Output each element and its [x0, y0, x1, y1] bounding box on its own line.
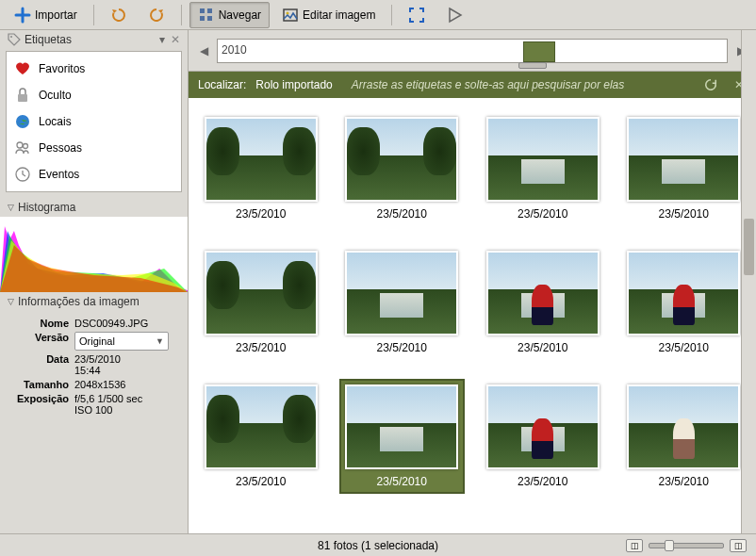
thumbnail-image — [486, 251, 600, 335]
fullscreen-button[interactable] — [400, 2, 434, 28]
zoom-knob[interactable] — [665, 540, 674, 551]
scrollbar-thumb[interactable] — [744, 219, 754, 275]
thumbnail-image — [627, 117, 740, 202]
browse-label: Navegar — [219, 8, 261, 22]
thumbnail[interactable]: 23/5/2010 — [339, 111, 466, 226]
tag-icon — [8, 33, 21, 46]
collapse-icon: ▽ — [8, 203, 14, 212]
collapse-icon: ▽ — [8, 297, 14, 306]
thumbnail[interactable]: 23/5/2010 — [198, 379, 324, 494]
heart-icon — [14, 60, 31, 77]
svg-rect-1 — [207, 8, 212, 13]
globe-icon — [14, 113, 31, 130]
thumbnail-image — [205, 384, 318, 469]
svg-point-10 — [24, 144, 28, 149]
info-exposure-value: f/5,6 1/500 sec — [74, 393, 180, 404]
thumbnail[interactable]: 23/5/2010 — [480, 245, 606, 360]
search-bar: Localizar: Rolo importado Arraste as eti… — [189, 72, 756, 98]
vertical-scrollbar[interactable] — [741, 30, 756, 533]
thumbnail[interactable]: 23/5/2010 — [621, 379, 748, 494]
thumbnail-date: 23/5/2010 — [377, 475, 427, 488]
rotate-left-icon — [110, 7, 127, 24]
thumbnail[interactable]: 23/5/2010 — [480, 111, 606, 226]
zoom-in-button[interactable]: ◫ — [730, 539, 747, 552]
close-icon[interactable]: ✕ — [171, 33, 180, 46]
image-info: Nome DSC00949.JPG Versão Original ▼ Data… — [0, 311, 188, 422]
timeline-bar[interactable] — [523, 41, 555, 62]
chevron-down-icon[interactable]: ▾ — [159, 33, 165, 46]
search-hint: Arraste as etiquetas e solte-as aqui pes… — [352, 78, 625, 91]
chevron-down-icon: ▼ — [156, 336, 164, 346]
thumbnail-date: 23/5/2010 — [377, 207, 427, 221]
import-button[interactable]: Importar — [6, 2, 86, 28]
sidebar-item-label: Eventos — [39, 168, 79, 181]
info-exposure-label: Exposição — [8, 393, 69, 416]
sidebar: Etiquetas ▾ ✕ Favoritos Oculto Locais Pe… — [0, 30, 189, 533]
sidebar-item-pessoas[interactable]: Pessoas — [10, 135, 177, 161]
svg-rect-3 — [207, 16, 212, 21]
edit-image-button[interactable]: Editar imagem — [273, 2, 384, 28]
separator — [181, 5, 182, 25]
info-size-label: Tamanho — [8, 379, 69, 390]
sidebar-item-label: Favoritos — [39, 62, 85, 75]
info-iso-value: ISO 100 — [74, 404, 180, 416]
info-date-value: 23/5/2010 — [74, 353, 180, 365]
thumbnail[interactable]: 23/5/2010 — [339, 379, 466, 494]
thumbnail-date: 23/5/2010 — [377, 341, 427, 354]
thumbnail-date: 23/5/2010 — [659, 207, 709, 221]
timeline-track[interactable]: 2010 — [217, 39, 728, 63]
thumbnail[interactable]: 23/5/2010 — [621, 245, 748, 360]
rotate-right-button[interactable] — [140, 2, 173, 28]
sidebar-item-favoritos[interactable]: Favoritos — [10, 56, 177, 82]
sidebar-item-label: Pessoas — [39, 141, 82, 155]
thumbnail-image — [345, 384, 458, 469]
thumbnail-date: 23/5/2010 — [659, 475, 709, 488]
rotate-right-icon — [148, 7, 165, 24]
search-roll[interactable]: Rolo importado — [255, 78, 332, 91]
refresh-icon[interactable] — [703, 77, 718, 92]
search-label: Localizar: — [198, 78, 246, 91]
svg-rect-2 — [200, 16, 205, 21]
slideshow-button[interactable] — [437, 2, 471, 28]
timeline: ◀ 2010 ▶ — [189, 30, 756, 72]
thumbnail-date: 23/5/2010 — [518, 207, 567, 221]
sidebar-item-oculto[interactable]: Oculto — [10, 82, 177, 108]
thumbnail[interactable]: 23/5/2010 — [621, 111, 748, 226]
lock-icon — [14, 87, 31, 104]
tags-title: Etiquetas — [25, 33, 72, 46]
timeline-scrubber[interactable] — [518, 62, 547, 69]
sidebar-item-label: Locais — [39, 115, 72, 128]
thumbnail-date: 23/5/2010 — [236, 341, 286, 354]
zoom-out-button[interactable]: ◫ — [626, 539, 643, 552]
image-icon — [282, 7, 299, 24]
tags-panel-header[interactable]: Etiquetas ▾ ✕ — [0, 30, 188, 49]
thumbnail[interactable]: 23/5/2010 — [198, 111, 324, 226]
sidebar-item-eventos[interactable]: Eventos — [10, 161, 177, 188]
people-icon — [14, 139, 31, 156]
play-icon — [446, 7, 463, 24]
thumbnail-image — [627, 251, 740, 335]
info-size-value: 2048x1536 — [74, 379, 180, 390]
sidebar-item-locais[interactable]: Locais — [10, 108, 177, 135]
zoom-slider[interactable] — [649, 543, 724, 548]
timeline-prev[interactable]: ◀ — [196, 43, 211, 58]
thumbnail-date: 23/5/2010 — [659, 341, 709, 354]
version-select[interactable]: Original ▼ — [74, 332, 169, 351]
svg-point-9 — [17, 142, 23, 148]
thumbnail-image — [345, 117, 458, 202]
rotate-left-button[interactable] — [102, 2, 136, 28]
thumbnail-area[interactable]: 23/5/201023/5/201023/5/201023/5/201023/5… — [189, 98, 756, 533]
info-name-label: Nome — [8, 318, 69, 329]
thumbnail-image — [345, 251, 458, 335]
thumbnail[interactable]: 23/5/2010 — [339, 245, 466, 360]
browse-button[interactable]: Navegar — [189, 2, 270, 28]
info-panel-header[interactable]: ▽ Informações da imagem — [0, 292, 188, 311]
thumbnail[interactable]: 23/5/2010 — [198, 245, 324, 360]
thumbnail-date: 23/5/2010 — [236, 207, 286, 221]
grid-icon — [198, 7, 215, 24]
thumbnail[interactable]: 23/5/2010 — [480, 379, 606, 494]
thumbnail-image — [205, 117, 318, 202]
histogram-title: Histograma — [18, 201, 75, 214]
histogram-panel-header[interactable]: ▽ Histograma — [0, 198, 188, 217]
thumbnail-image — [205, 251, 318, 335]
